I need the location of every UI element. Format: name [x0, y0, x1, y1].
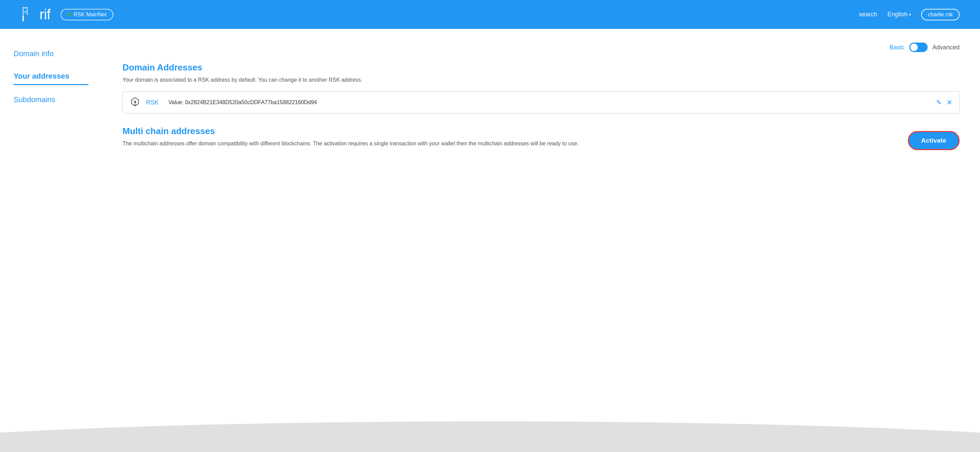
edit-address-icon[interactable]: ✎	[936, 99, 942, 107]
svg-rect-7	[27, 11, 28, 13]
svg-rect-2	[27, 7, 28, 8]
delete-address-icon[interactable]: ✕	[947, 99, 953, 107]
network-status-dot	[67, 13, 71, 16]
sidebar-item-your-addresses[interactable]: Your addresses	[14, 72, 89, 85]
rsk-label: RSK	[146, 99, 163, 106]
rsk-chain-icon	[130, 97, 140, 108]
multichain-section: Multi chain addresses The multichain add…	[123, 126, 959, 155]
network-label: RSK MainNet	[73, 11, 107, 18]
network-badge[interactable]: RSK MainNet	[60, 9, 113, 21]
language-label: English	[888, 11, 907, 18]
rsk-address-row: RSK Value: 0x2824B21E348D520a50cDDFA77ba…	[123, 91, 959, 114]
rif-logo-icon	[21, 6, 37, 24]
domain-addresses-section: Domain Addresses Your domain is associat…	[123, 62, 959, 114]
logo: rif	[21, 6, 50, 24]
multichain-header: Multi chain addresses The multichain add…	[123, 126, 959, 155]
language-selector[interactable]: English ▾	[888, 11, 911, 18]
svg-rect-0	[22, 7, 24, 8]
svg-rect-9	[27, 13, 28, 14]
sidebar: Domain info Your addresses Subdomains	[0, 29, 102, 452]
view-mode-toggle-row: Basic Advanced	[123, 43, 959, 52]
multichain-title: Multi chain addresses	[123, 126, 898, 137]
activate-button[interactable]: Activate	[908, 131, 959, 150]
svg-rect-4	[27, 9, 28, 11]
search-link[interactable]: search	[859, 11, 877, 18]
multichain-text-block: Multi chain addresses The multichain add…	[123, 126, 898, 155]
basic-mode-label: Basic	[889, 44, 904, 51]
content-area: Basic Advanced Domain Addresses Your dom…	[102, 29, 980, 452]
sidebar-item-subdomains[interactable]: Subdomains	[14, 95, 89, 108]
header-left: rif RSK MainNet	[21, 6, 113, 24]
mode-toggle-switch[interactable]	[909, 43, 928, 52]
svg-rect-10	[22, 15, 24, 21]
toggle-knob	[910, 44, 918, 51]
domain-addresses-title: Domain Addresses	[123, 62, 959, 73]
rsk-address-value: Value: 0x2824B21E348D520a50cDDFA77ba1588…	[169, 99, 931, 105]
username-label: charlie.rsk	[928, 11, 953, 18]
header-right: search English ▾ charlie.rsk	[859, 9, 959, 21]
main-container: Domain info Your addresses Subdomains Ba…	[0, 29, 980, 452]
svg-rect-5	[22, 11, 24, 13]
svg-point-12	[134, 101, 136, 103]
sidebar-item-domain-info[interactable]: Domain info	[14, 49, 89, 62]
domain-addresses-description: Your domain is associated to a RSK addre…	[123, 77, 959, 83]
address-action-buttons: ✎ ✕	[936, 99, 953, 107]
svg-rect-8	[22, 13, 24, 14]
logo-text: rif	[40, 6, 50, 23]
multichain-description: The multichain addresses offer domain co…	[123, 140, 898, 147]
language-dropdown-arrow: ▾	[909, 12, 911, 17]
svg-rect-1	[24, 7, 26, 8]
svg-rect-3	[22, 9, 24, 11]
advanced-mode-label: Advanced	[932, 44, 959, 51]
svg-rect-6	[24, 11, 26, 13]
user-badge[interactable]: charlie.rsk	[921, 9, 959, 21]
header: rif RSK MainNet search English ▾ charlie…	[0, 0, 980, 29]
